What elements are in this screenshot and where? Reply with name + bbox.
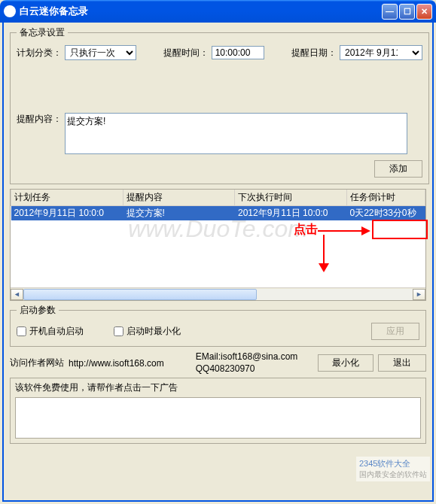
task-table-area: 计划任务 提醒内容 下次执行时间 任务倒计时 2012年9月11日 10:0:0… [10, 189, 426, 301]
scroll-left-icon[interactable]: ◄ [11, 289, 23, 300]
client-area: 备忘录设置 计划分类： 只执行一次 提醒时间： 提醒日期： 2012年 9月11… [2, 23, 434, 502]
time-input[interactable] [212, 46, 264, 59]
col-next[interactable]: 下次执行时间 [235, 190, 347, 206]
ad-label: 该软件免费使用，请帮作者点击一下广告 [15, 382, 178, 393]
table-row[interactable]: 2012年9月11日 10:0:0 提交方案! 2012年9月11日 10:0:… [11, 206, 425, 221]
ad-box[interactable] [15, 397, 421, 439]
minimize-button[interactable]: 最小化 [318, 354, 373, 372]
app-icon [4, 5, 16, 17]
exit-button[interactable]: 退出 [378, 354, 426, 372]
email-label: EMail:isoft168@sina.com [196, 351, 298, 363]
plan-select[interactable]: 只执行一次 [65, 45, 136, 60]
site-watermark: 2345软件大全 国内最安全的软件站 [356, 457, 430, 481]
maximize-icon[interactable]: ☐ [399, 4, 415, 20]
minimize-checkbox[interactable]: 启动时最小化 [114, 325, 181, 338]
hscrollbar[interactable]: ◄ ► [11, 287, 425, 300]
links-row: 访问作者网站 http://www.isoft168.com EMail:iso… [10, 351, 426, 375]
ad-group: 该软件免费使用，请帮作者点击一下广告 [10, 378, 426, 444]
settings-legend: 备忘录设置 [17, 26, 68, 39]
titlebar[interactable]: 白云迷你备忘录 — ☐ ✕ [0, 0, 436, 23]
site-url[interactable]: http://www.isoft168.com [69, 358, 164, 369]
settings-group: 备忘录设置 计划分类： 只执行一次 提醒时间： 提醒日期： 2012年 9月11… [10, 26, 429, 184]
autostart-checkbox[interactable]: 开机自动启动 [17, 325, 84, 338]
close-icon[interactable]: ✕ [416, 4, 432, 20]
startup-group: 启动参数 开机自动启动 启动时最小化 应用 [10, 304, 426, 347]
minimize-icon[interactable]: — [382, 4, 398, 20]
add-button[interactable]: 添加 [374, 160, 422, 178]
plan-label: 计划分类： [17, 47, 62, 59]
date-label: 提醒日期： [291, 47, 337, 59]
content-textarea[interactable]: 提交方案! [65, 113, 407, 154]
task-table[interactable]: 计划任务 提醒内容 下次执行时间 任务倒计时 2012年9月11日 10:0:0… [11, 190, 425, 220]
scroll-right-icon[interactable]: ► [413, 289, 425, 300]
apply-button[interactable]: 应用 [371, 323, 419, 340]
annotation-text: 点击 [294, 222, 318, 238]
site-label: 访问作者网站 [10, 357, 64, 369]
col-content[interactable]: 提醒内容 [123, 190, 235, 206]
date-select[interactable]: 2012年 9月11日 [340, 45, 422, 60]
time-label: 提醒时间： [163, 47, 209, 59]
window-title: 白云迷你备忘录 [20, 5, 382, 18]
content-label: 提醒内容： [17, 113, 62, 126]
qq-label: QQ408230970 [196, 363, 298, 375]
col-countdown[interactable]: 任务倒计时 [346, 190, 425, 206]
col-task[interactable]: 计划任务 [11, 190, 123, 206]
startup-legend: 启动参数 [17, 304, 59, 317]
